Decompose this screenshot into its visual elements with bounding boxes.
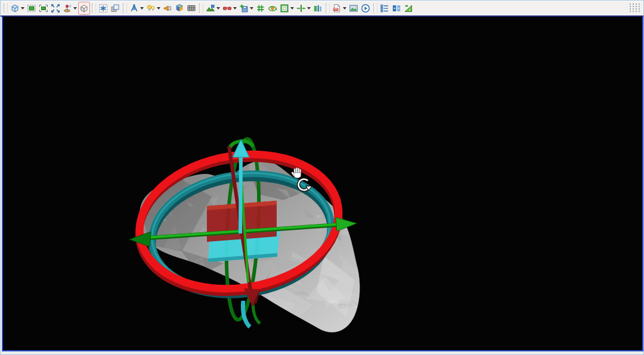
clipping-box-icon[interactable]	[278, 2, 295, 15]
export-pdf-icon[interactable]: PDF	[331, 2, 348, 15]
viewport-3d[interactable]	[2, 17, 643, 351]
toolbar-grip[interactable]	[4, 4, 8, 13]
toolbar-group-display	[121, 1, 197, 15]
toolbar-grip[interactable]	[373, 4, 377, 13]
dropdown-caret-icon[interactable]	[250, 7, 253, 10]
toolbar: 2PDF	[1, 1, 643, 15]
capture-image-icon[interactable]	[348, 2, 360, 15]
stereo-view-icon[interactable]	[221, 2, 238, 15]
toolbar-group-tools	[371, 1, 414, 15]
dropdown-caret-icon[interactable]	[216, 7, 220, 10]
section-panels-icon[interactable]	[312, 2, 324, 15]
toolbar-group-selection	[90, 1, 121, 15]
toolbar-grip[interactable]	[123, 4, 127, 13]
play-animation-icon[interactable]	[360, 2, 371, 15]
window-bottom-strip	[1, 351, 643, 355]
scene-canvas[interactable]	[3, 17, 643, 351]
toolbar-grip[interactable]	[92, 4, 96, 13]
axes-tripod-icon[interactable]	[128, 2, 145, 15]
view-cube-icon[interactable]	[9, 2, 26, 15]
toolbar-group-navigation: 2	[2, 1, 90, 15]
dropdown-caret-icon[interactable]	[140, 7, 144, 10]
toolbar-group-output: PDF	[324, 1, 371, 15]
select-all-icon[interactable]	[97, 2, 109, 15]
toolbar-grip[interactable]	[199, 4, 203, 13]
svg-text:2: 2	[69, 4, 71, 8]
toolbar-group-scene	[197, 1, 324, 15]
grid-icon[interactable]	[185, 2, 197, 15]
toolbar-grip[interactable]	[326, 4, 330, 13]
pivot-point-icon[interactable]: 2	[61, 2, 78, 15]
dropdown-caret-icon[interactable]	[21, 7, 24, 10]
svg-text:PDF: PDF	[334, 8, 339, 11]
dropdown-caret-icon[interactable]	[343, 7, 346, 10]
toolbar-right-grip[interactable]	[630, 4, 642, 13]
orbit-icon[interactable]	[267, 2, 278, 15]
copy-view-icon[interactable]	[109, 2, 121, 15]
measure-icon[interactable]	[402, 2, 414, 15]
dropdown-caret-icon[interactable]	[290, 7, 294, 10]
add-snapshot-icon[interactable]	[238, 2, 255, 15]
dropdown-caret-icon[interactable]	[157, 7, 160, 10]
zoom-window-icon[interactable]	[38, 2, 49, 15]
viewpoint-icon[interactable]	[205, 2, 221, 15]
zoom-fit-icon[interactable]	[49, 2, 61, 15]
lighting-icon[interactable]	[145, 2, 162, 15]
bounding-box-icon[interactable]	[78, 2, 90, 15]
spotlight-icon[interactable]	[162, 2, 174, 15]
layer-list-icon[interactable]	[379, 2, 391, 15]
dropdown-caret-icon[interactable]	[307, 7, 311, 10]
dropdown-caret-icon[interactable]	[73, 7, 77, 10]
material-icon[interactable]	[174, 2, 185, 15]
application-window: 2PDF	[0, 0, 644, 355]
clipping-plane-icon[interactable]	[295, 2, 312, 15]
zoom-extents-icon[interactable]	[26, 2, 38, 15]
snap-grid-icon[interactable]	[255, 2, 267, 15]
dropdown-caret-icon[interactable]	[233, 7, 237, 10]
compare-panels-icon[interactable]	[391, 2, 402, 15]
